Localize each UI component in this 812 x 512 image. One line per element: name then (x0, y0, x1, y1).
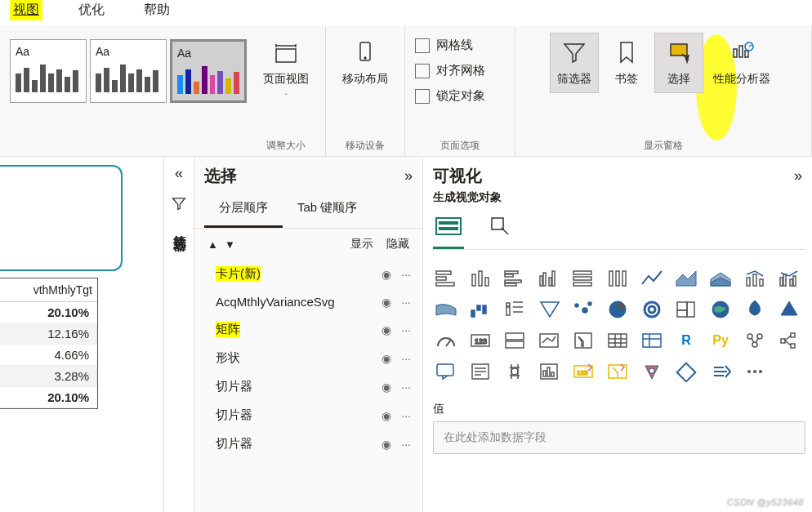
svg-rect-36 (753, 274, 756, 286)
selection-item-label: 卡片(新) (216, 266, 261, 282)
multi-row-card-icon[interactable] (502, 328, 528, 353)
more-icon[interactable]: ··· (401, 323, 411, 336)
stacked-bar-icon[interactable] (433, 266, 459, 291)
card-visual[interactable]: 0%) (0, 165, 123, 271)
filters-pane-button[interactable]: 筛选器 (550, 33, 599, 93)
move-up-icon[interactable]: ▲ (207, 238, 218, 251)
gauge-icon[interactable] (433, 328, 459, 353)
get-visuals-icon[interactable] (673, 359, 699, 384)
slicer-icon[interactable] (570, 328, 596, 353)
ellipsis-icon[interactable] (742, 359, 768, 384)
power-automate-icon[interactable] (605, 359, 631, 384)
visibility-icon[interactable]: ◉ (381, 296, 391, 309)
tab-view[interactable]: 视图 (10, 0, 42, 20)
hundred-column-icon[interactable] (605, 266, 631, 291)
filled-map-icon[interactable] (707, 297, 734, 322)
selection-item[interactable]: 切片器◉··· (194, 372, 422, 401)
paginated-icon[interactable] (502, 359, 528, 384)
report-canvas[interactable]: 0%) vthMthlyTgt 20.10% 12.16% 4.66% 3.28… (0, 157, 163, 512)
tab-tab-order[interactable]: Tab 键顺序 (283, 190, 372, 228)
visibility-icon[interactable]: ◉ (381, 381, 391, 394)
matrix-icon[interactable] (639, 328, 665, 353)
tab-layer-order[interactable]: 分层顺序 (204, 190, 283, 228)
page-view-button[interactable]: 页面视图 ˇ (257, 33, 315, 109)
hide-button[interactable]: 隐藏 (386, 237, 409, 252)
line-stacked-col-icon[interactable] (742, 266, 768, 291)
snap-to-grid-checkbox[interactable]: 对齐网格 (415, 63, 505, 78)
lock-objects-checkbox[interactable]: 锁定对象 (415, 88, 505, 104)
tab-help[interactable]: 帮助 (141, 0, 173, 20)
selection-pane-button[interactable]: 选择 (654, 33, 703, 93)
selection-item[interactable]: 切片器◉··· (194, 430, 422, 458)
svg-point-87 (511, 368, 518, 375)
theme-color-active[interactable]: Aa (170, 39, 247, 103)
move-down-icon[interactable]: ▼ (225, 238, 235, 251)
r-visual-icon[interactable]: R (673, 328, 699, 353)
visibility-icon[interactable]: ◉ (381, 352, 391, 365)
qa-icon[interactable] (433, 359, 459, 384)
azure-map-icon[interactable] (742, 297, 768, 322)
map-icon[interactable] (673, 297, 699, 322)
action-button-icon[interactable] (639, 359, 665, 384)
clustered-column-icon[interactable] (536, 266, 562, 291)
show-button[interactable]: 显示 (350, 237, 373, 252)
key-influencers-icon[interactable] (742, 328, 768, 353)
bookmarks-button[interactable]: 书签 (602, 33, 651, 93)
theme-mono-2[interactable]: Aa (90, 39, 167, 103)
area-chart-icon[interactable] (673, 266, 699, 291)
smart-narrative-icon[interactable] (467, 359, 493, 384)
visibility-icon[interactable]: ◉ (381, 323, 391, 336)
expand-pane-icon[interactable]: » (404, 167, 413, 185)
more-icon[interactable]: ··· (401, 438, 411, 451)
power-apps-icon[interactable]: 123 (570, 359, 596, 384)
more-icon[interactable]: ··· (401, 268, 411, 281)
visibility-icon[interactable]: ◉ (381, 438, 391, 451)
clustered-bar-icon[interactable] (502, 266, 528, 291)
selection-item[interactable]: AcqMthlyVarianceSvg◉··· (194, 288, 422, 315)
stacked-column-icon[interactable] (467, 266, 493, 291)
more-visuals-icon[interactable] (707, 359, 734, 384)
viz-tab-build[interactable] (433, 211, 464, 249)
more-icon[interactable]: ··· (401, 296, 411, 309)
esri-map-icon[interactable] (776, 297, 802, 322)
selection-item[interactable]: 形状◉··· (194, 344, 422, 372)
metrics-icon[interactable] (536, 359, 562, 384)
ribbon-chart-icon[interactable] (433, 297, 459, 322)
expand-filters-icon[interactable]: « (175, 165, 183, 182)
theme-mono-1[interactable]: Aa (10, 39, 87, 103)
selection-item[interactable]: 矩阵◉··· (194, 315, 422, 344)
more-icon[interactable]: ··· (401, 352, 411, 365)
gridlines-checkbox[interactable]: 网格线 (415, 38, 505, 53)
perf-analyzer-button[interactable]: 性能分析器 (707, 33, 777, 93)
more-icon[interactable]: ··· (401, 409, 411, 422)
visibility-icon[interactable]: ◉ (381, 268, 391, 281)
selection-item[interactable]: 卡片(新)◉··· (194, 260, 422, 288)
viz-tab-format[interactable] (484, 211, 515, 249)
more-icon[interactable]: ··· (401, 381, 411, 394)
filters-rail-title[interactable]: 筛选器 (171, 225, 188, 229)
kpi-icon[interactable] (536, 328, 562, 353)
matrix-visual[interactable]: vthMthlyTgt 20.10% 12.16% 4.66% 3.28% 20… (0, 278, 98, 409)
pie-icon[interactable] (570, 297, 596, 322)
donut-icon[interactable] (605, 297, 631, 322)
treemap-icon[interactable] (639, 297, 665, 322)
hundred-bar-icon[interactable] (570, 266, 596, 291)
card-icon[interactable]: 123 (467, 328, 493, 353)
table-icon[interactable] (605, 328, 631, 353)
py-visual-icon[interactable]: Py (707, 328, 734, 353)
decomposition-icon[interactable] (776, 328, 802, 353)
mobile-layout-button[interactable]: 移动布局 (336, 33, 395, 93)
line-chart-icon[interactable] (639, 266, 665, 291)
expand-viz-icon[interactable]: » (794, 167, 802, 185)
funnel-chart-icon[interactable] (502, 297, 528, 322)
tab-optimize[interactable]: 优化 (75, 0, 108, 20)
waterfall-icon[interactable] (467, 297, 493, 322)
selection-item[interactable]: 切片器◉··· (194, 401, 422, 430)
visibility-icon[interactable]: ◉ (381, 409, 391, 422)
scatter-icon[interactable] (536, 297, 562, 322)
svg-rect-35 (747, 278, 750, 286)
mobile-layout-label: 移动布局 (342, 72, 388, 87)
line-clustered-col-icon[interactable] (776, 266, 802, 291)
values-field-well[interactable]: 在此处添加数据字段 (433, 421, 805, 454)
stacked-area-icon[interactable] (707, 266, 734, 291)
